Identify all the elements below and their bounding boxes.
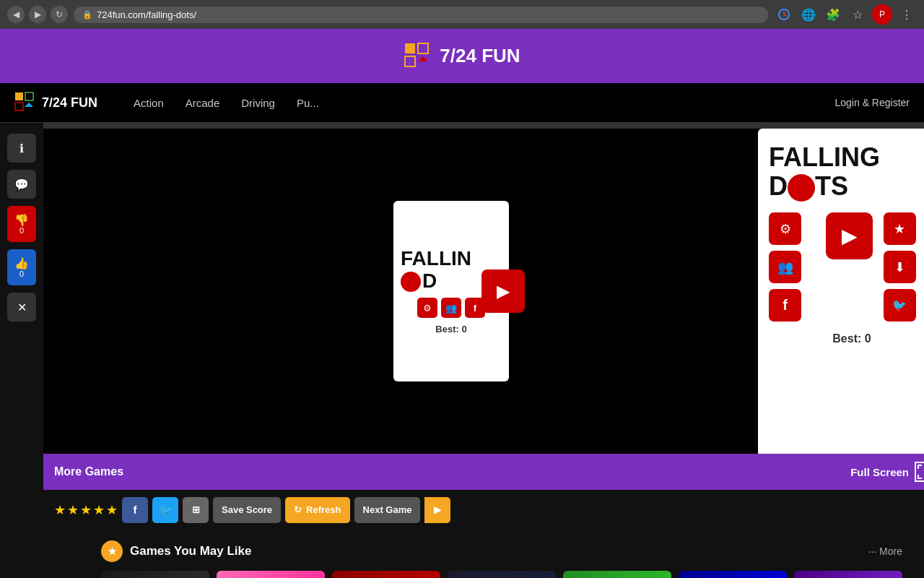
info-icon: ℹ — [19, 142, 24, 155]
banner-logo: 7/24 FUN — [404, 42, 520, 71]
svg-marker-4 — [418, 56, 428, 61]
more-games-link[interactable]: ··· More — [868, 545, 902, 557]
next-arrow-icon: ▶ — [434, 504, 441, 515]
play-icon: ▶ — [497, 281, 510, 301]
game-best-left: Best: 0 — [435, 324, 466, 335]
main-col: ℹ 💬 👎 0 👍 0 ✕ — [0, 123, 924, 578]
browser-actions: 🌐 🧩 ☆ P ⋮ — [774, 4, 917, 25]
panel-leaderboard-icon[interactable]: 👥 — [769, 251, 801, 283]
like-button[interactable]: 👍 0 — [7, 249, 36, 285]
url-bar[interactable]: 🔒 724fun.com/falling-dots/ — [74, 7, 768, 23]
page: 7/24 FUN 7/24 FUN Action Arcade Driving … — [0, 29, 924, 578]
svg-rect-5 — [15, 92, 23, 100]
twitter-share-button[interactable]: 🐦 — [152, 497, 178, 523]
browser-controls: ◀ ▶ ↻ — [7, 6, 68, 23]
games-section-title: ★ Games You May Like — [101, 540, 252, 562]
stars-rating: ★ ★ ★ ★ ★ — [54, 502, 118, 518]
game-thumb-3[interactable]: 🏹 — [332, 571, 440, 578]
star-2: ★ — [67, 502, 79, 518]
game-panel-right: FALLING DTS ⚙ ▶ ★ 👥 ⬇ f — [758, 129, 924, 454]
game-thumbnails: 🎮 🎯 🏹 ⚫ 🌿 — [101, 571, 902, 578]
game-thumb-6[interactable]: 🔵 — [679, 571, 787, 578]
nav-auth[interactable]: Login & Register — [834, 97, 910, 108]
extensions-button[interactable]: 🧩 — [823, 4, 843, 25]
bookmark-button[interactable]: ☆ — [847, 4, 868, 25]
nav-puzzle[interactable]: Pu... — [297, 97, 319, 109]
settings-icon-left[interactable]: ⚙ — [417, 298, 437, 318]
like-count: 0 — [19, 270, 24, 278]
nav-action[interactable]: Action — [134, 97, 164, 109]
next-game-button[interactable]: Next Game — [354, 497, 421, 523]
lock-icon: 🔒 — [82, 10, 92, 20]
nav-logo[interactable]: 7/24 FUN — [14, 92, 97, 113]
panel-settings-icon[interactable]: ⚙ — [769, 212, 801, 245]
forward-button[interactable]: ▶ — [29, 6, 46, 23]
game-thumb-5[interactable]: 🌿 — [563, 571, 671, 578]
games-section: ★ Games You May Like ··· More 🎮 — [43, 530, 924, 578]
dislike-button[interactable]: 👎 0 — [7, 206, 36, 242]
close-icon: ✕ — [17, 301, 27, 314]
more-games-button[interactable]: More Games — [54, 465, 138, 478]
game-area: FALLIN D ⚙ 👥 f Best: 0 — [43, 123, 924, 578]
game-container: FALLIN D ⚙ 👥 f Best: 0 — [43, 129, 924, 454]
banner-site-name: 7/24 FUN — [440, 45, 520, 67]
save-score-button[interactable]: Save Score — [213, 497, 281, 523]
star-4: ★ — [93, 502, 105, 518]
google-button[interactable] — [774, 4, 794, 25]
info-button[interactable]: ℹ — [7, 134, 36, 163]
panel-game-title: FALLING DTS — [769, 143, 924, 202]
svg-rect-3 — [405, 56, 415, 66]
bottom-overlay: More Games Full Screen — [43, 454, 924, 490]
translate-button[interactable]: 🌐 — [798, 4, 819, 25]
svg-rect-2 — [418, 43, 428, 53]
comment-button[interactable]: 💬 — [7, 170, 36, 199]
fullscreen-label: Full Screen — [850, 466, 909, 478]
ad-strip — [43, 123, 924, 129]
star-5: ★ — [106, 502, 118, 518]
play-button[interactable]: ▶ — [481, 269, 525, 313]
nav-driving[interactable]: Driving — [241, 97, 275, 109]
next-game-arrow-button[interactable]: ▶ — [424, 497, 450, 523]
navbar: 7/24 FUN Action Arcade Driving Pu... Log… — [0, 83, 924, 123]
game-thumb-4[interactable]: ⚫ — [448, 571, 556, 578]
profile-button[interactable]: P — [872, 4, 892, 25]
facebook-share-button[interactable]: f — [122, 497, 148, 523]
panel-download-icon[interactable]: ⬇ — [884, 251, 916, 283]
nav-arcade[interactable]: Arcade — [186, 97, 220, 109]
game-thumb-1[interactable]: 🎮 — [101, 571, 209, 578]
panel-twitter-icon[interactable]: 🐦 — [884, 289, 916, 322]
panel-fb-icon[interactable]: f — [769, 289, 801, 322]
nav-site-name: 7/24 FUN — [42, 95, 97, 111]
refresh-icon: ↻ — [294, 504, 302, 515]
main-content-area: ℹ 💬 👎 0 👍 0 ✕ — [0, 123, 924, 578]
fullscreen-button[interactable]: Full Screen — [850, 462, 924, 482]
refresh-button[interactable]: ↻ Refresh — [285, 497, 349, 523]
url-text: 724fun.com/falling-dots/ — [97, 9, 196, 20]
game-icons-left: ⚙ 👥 f — [417, 298, 485, 318]
star-3: ★ — [80, 502, 92, 518]
refresh-button[interactable]: ↻ — [51, 6, 68, 23]
content-row: ℹ 💬 👎 0 👍 0 ✕ — [0, 123, 924, 578]
dislike-count: 0 — [19, 227, 24, 235]
panel-star-icon[interactable]: ★ — [884, 212, 916, 245]
svg-rect-1 — [405, 43, 415, 53]
share-button[interactable]: ⊞ — [183, 497, 209, 523]
share-icon: ⊞ — [192, 504, 200, 515]
menu-button[interactable]: ⋮ — [897, 4, 917, 25]
twitter-icon: 🐦 — [160, 504, 172, 516]
game-thumb-7[interactable]: 💜 — [794, 571, 902, 578]
comment-icon: 💬 — [14, 178, 29, 191]
games-section-header: ★ Games You May Like ··· More — [101, 540, 902, 562]
panel-dot — [788, 174, 815, 202]
left-sidebar: ℹ 💬 👎 0 👍 0 ✕ — [0, 123, 43, 332]
games-logo-icon: ★ — [108, 545, 117, 557]
game-thumb-2[interactable]: 🎯 — [217, 571, 325, 578]
game-controls-bar: ★ ★ ★ ★ ★ f 🐦 ⊞ — [43, 490, 924, 530]
browser-bar: ◀ ▶ ↻ 🔒 724fun.com/falling-dots/ 🌐 🧩 ☆ P… — [0, 0, 924, 29]
people-icon-left[interactable]: 👥 — [441, 298, 461, 318]
top-banner: 7/24 FUN — [0, 29, 924, 83]
close-sidebar-button[interactable]: ✕ — [7, 293, 36, 322]
panel-icons-grid: ⚙ ▶ ★ 👥 ⬇ f 🐦 — [769, 212, 924, 322]
back-button[interactable]: ◀ — [7, 6, 25, 23]
panel-play-button[interactable]: ▶ — [826, 212, 873, 259]
